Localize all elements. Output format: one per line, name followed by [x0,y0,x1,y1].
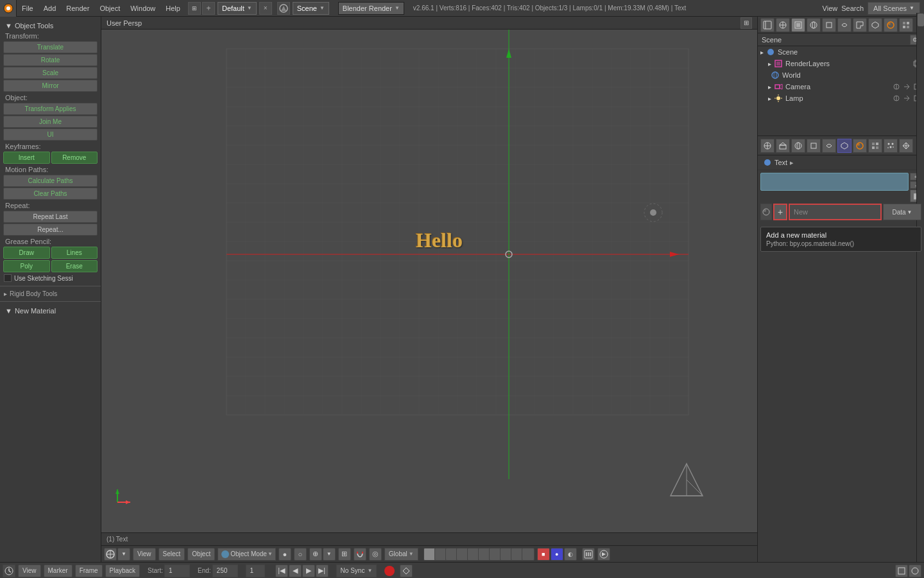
prop-tab-texture[interactable] [868,139,882,153]
view-btn[interactable]: View [823,4,838,12]
calculate-paths-btn[interactable]: Calculate Paths [3,175,98,187]
menu-window[interactable]: Window [125,0,160,16]
material-add-btn[interactable]: + [773,204,787,220]
viewport-mode-icon[interactable] [104,548,117,561]
timeline-header-icon[interactable] [3,565,15,577]
repeat-last-btn[interactable]: Repeat Last [3,211,98,223]
menu-render[interactable]: Render [61,0,94,16]
outliner-item-camera[interactable]: ▸ Camera [758,81,924,92]
blender-icon[interactable] [0,0,17,17]
use-sketching-checkbox[interactable] [4,274,12,282]
outliner-scrollbar[interactable] [916,33,924,136]
erase-btn[interactable]: Erase [51,260,98,272]
outliner-item-world[interactable]: World [758,69,924,81]
viewport-canvas[interactable]: Hello [101,30,757,532]
viewport-maximize-btn[interactable]: ⊞ [740,17,752,29]
timeline-icon[interactable] [582,548,595,561]
timeline-marker-btn[interactable]: Marker [44,565,73,577]
search-btn[interactable]: Search [841,4,864,12]
outliner-item-scene[interactable]: ▸ Scene [758,46,924,58]
ui-btn[interactable]: UI [3,128,98,141]
transform-applies-btn[interactable]: Transform Applies [3,103,98,115]
timeline-playback-btn[interactable]: Playback [105,565,141,577]
material-data-dropdown[interactable]: Data ▼ [883,204,921,220]
rotate-btn[interactable]: Rotate [3,54,98,66]
select-menu-btn[interactable]: Select [158,548,185,561]
menu-object[interactable]: Object [94,0,125,16]
remove-keyframe-btn[interactable]: Remove [51,152,98,164]
join-me-btn[interactable]: Join Me [3,116,98,128]
no-sync-dropdown[interactable]: No Sync ▼ [336,565,377,577]
rp-icon-materials[interactable] [884,18,898,32]
render-btn1[interactable]: ■ [537,548,550,561]
prop-tab-materials[interactable] [853,139,867,153]
layout-x-btn[interactable]: × [259,2,272,15]
view-menu-btn[interactable]: View [133,548,156,561]
menu-file[interactable]: File [17,0,38,16]
scene-icon-toolbar[interactable] [597,548,610,561]
rp-icon-world[interactable] [807,18,821,32]
start-frame-input[interactable]: 1 [164,565,190,577]
viewport-shading-solid[interactable]: ● [278,548,291,561]
material-name-field[interactable]: New [789,204,882,220]
prop-tab-constraints[interactable] [822,139,836,153]
proportional-icon[interactable]: ◎ [369,548,382,561]
layout-selector[interactable]: Default ▼ [218,2,257,15]
scene-selector[interactable]: Scene ▼ [293,2,329,15]
prop-tab-render[interactable] [760,139,774,153]
viewport-mode-btn2[interactable]: ▼ [117,548,130,561]
insert-keyframe-btn[interactable]: Insert [3,152,50,164]
jump-start-btn[interactable]: |◀ [275,565,288,577]
render-engine-selector[interactable]: Blender Render ▼ [338,2,404,15]
rp-icon-modifier[interactable] [853,18,867,32]
poly-btn[interactable]: Poly [3,260,50,272]
outliner-item-lamp[interactable]: ▸ Lamp [758,92,924,104]
object-menu-btn[interactable]: Object [187,548,215,561]
rp-icon-data[interactable] [868,18,882,32]
prop-tab-world[interactable] [791,139,805,153]
pivot-icon[interactable]: ⊕ [309,548,322,561]
timeline-icon-1[interactable] [895,565,908,577]
object-mode-selector[interactable]: Object Mode ▼ [218,548,276,561]
rp-icon-constraints[interactable] [837,18,851,32]
play-reverse-btn[interactable]: ◀ [289,565,302,577]
rigid-body-tools-collapsed[interactable]: ▸Rigid Body Tools [0,289,101,299]
clear-paths-btn[interactable]: Clear Paths [3,188,98,200]
draw-btn[interactable]: Draw [3,247,50,259]
prop-tab-scene[interactable] [776,139,790,153]
material-slot-0[interactable] [760,173,909,191]
rp-icon-scene-editor[interactable] [760,18,774,32]
prop-tab-physics[interactable] [899,139,913,153]
prop-tab-particles[interactable] [884,139,898,153]
use-sketching-row[interactable]: Use Sketching Sessi [0,273,101,283]
prop-tab-object[interactable] [807,139,821,153]
render-btn2[interactable]: ● [551,548,563,561]
record-btn[interactable] [384,566,395,576]
menu-add[interactable]: Add [38,0,62,16]
render-btn3[interactable]: ◐ [564,548,577,561]
layout-plus-btn[interactable]: + [202,2,215,15]
timeline-view-btn[interactable]: View [18,565,41,577]
jump-end-btn[interactable]: ▶| [316,565,329,577]
current-frame-input[interactable]: 1 [246,565,265,577]
pivot-dropdown[interactable]: ▼ [323,548,336,561]
snap-icon[interactable]: ⊞ [338,548,351,561]
lines-btn[interactable]: Lines [51,247,98,259]
translate-btn[interactable]: Translate [3,41,98,53]
keyframe-icon[interactable] [400,565,413,577]
scale-btn[interactable]: Scale [3,67,98,79]
rp-icon-render-settings[interactable] [776,18,790,32]
layer-10[interactable] [522,548,535,561]
transform-space-selector[interactable]: Global ▼ [384,548,418,561]
prop-tab-data[interactable] [837,139,851,153]
play-forward-btn[interactable]: ▶ [302,565,315,577]
viewport-shading-wire[interactable]: ○ [294,548,307,561]
end-frame-input[interactable]: 250 [212,565,238,577]
timeline-frame-btn[interactable]: Frame [75,565,103,577]
repeat-btn[interactable]: Repeat... [3,223,98,236]
mirror-btn[interactable]: Mirror [3,80,98,92]
magnet-icon[interactable] [354,548,366,561]
outliner-item-renderlayers[interactable]: ▸ RenderLayers [758,58,924,69]
menu-help[interactable]: Help [160,0,185,16]
all-scenes-selector[interactable]: All Scenes ▼ [868,2,920,15]
